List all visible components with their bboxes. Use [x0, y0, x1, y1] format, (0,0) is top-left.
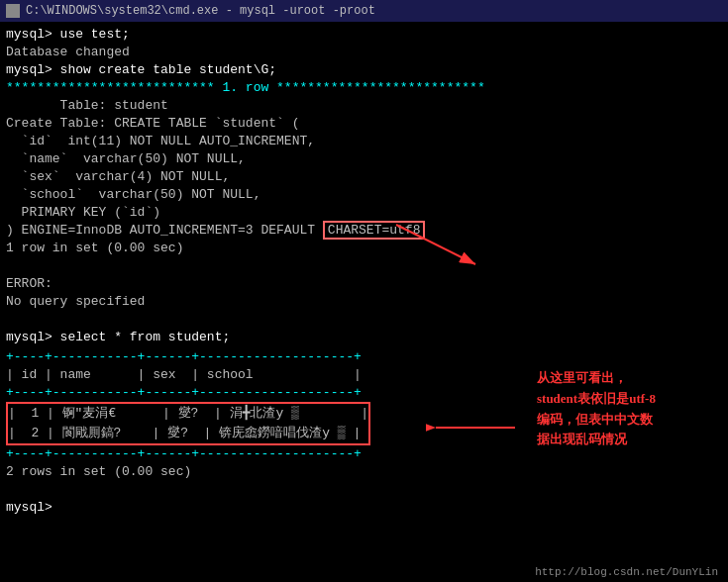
annotation-box: 从这里可看出，student表依旧是utf-8编码，但表中中文数据出现乱码情况 [537, 368, 720, 450]
charset-highlight: CHARSET=utf8 [323, 221, 426, 240]
line-use-test: mysql> use test; [6, 26, 722, 44]
annotation-text: 从这里可看出，student表依旧是utf-8编码，但表中中文数据出现乱码情况 [537, 370, 656, 446]
table-footer: 2 rows in set (0.00 sec) [6, 463, 722, 481]
line-db-changed: Database changed [6, 44, 722, 61]
line-school-col: `school` varchar(50) NOT NULL, [6, 186, 722, 204]
table-border-top: +----+-----------+------+---------------… [6, 348, 722, 366]
title-text: C:\WINDOWS\system32\cmd.exe - mysql -uro… [26, 4, 375, 18]
line-blank2 [6, 311, 722, 329]
line-blank1 [6, 257, 722, 275]
line-error: ERROR: [6, 275, 722, 293]
title-bar: C:\WINDOWS\system32\cmd.exe - mysql -uro… [0, 0, 728, 22]
line-sex-col: `sex` varchar(4) NOT NULL, [6, 168, 722, 186]
line-select: mysql> select * from student; [6, 329, 722, 346]
line-name-col: `name` varchar(50) NOT NULL, [6, 150, 722, 168]
line-table-label: Table: student [6, 97, 722, 115]
line-create-table: Create Table: CREATE TABLE `student` ( [6, 115, 722, 133]
table-row-2: | 2 | 閬戙厠鎬? | 燮? | 锛庑嵞鐒喑唱伐渣y ▒ | [8, 424, 368, 443]
garbled-data-section: | 1 | 锕"麦涓€ | 燮? | 涓╋北渣y ▒ | | 2 | 閬戙厠鎬?… [6, 402, 370, 445]
app-icon [6, 4, 20, 18]
line-show-create: mysql> show create table student\G; [6, 61, 722, 79]
line-separator: *************************** 1. row *****… [6, 79, 722, 97]
table-row-1: | 1 | 锕"麦涓€ | 燮? | 涓╋北渣y ▒ | [8, 404, 368, 424]
line-1row: 1 row in set (0.00 sec) [6, 240, 722, 257]
line-blank3 [6, 481, 722, 499]
footer-url: http://blog.csdn.net/DunYLin [535, 566, 718, 578]
line-id-col: `id` int(11) NOT NULL AUTO_INCREMENT, [6, 133, 722, 150]
terminal: mysql> use test; Database changed mysql>… [0, 22, 728, 582]
line-no-query: No query specified [6, 293, 722, 311]
line-prompt-end: mysql> [6, 499, 722, 517]
line-engine: ) ENGINE=InnoDB AUTO_INCREMENT=3 DEFAULT… [6, 222, 722, 240]
line-pk: PRIMARY KEY (`id`) [6, 204, 722, 222]
